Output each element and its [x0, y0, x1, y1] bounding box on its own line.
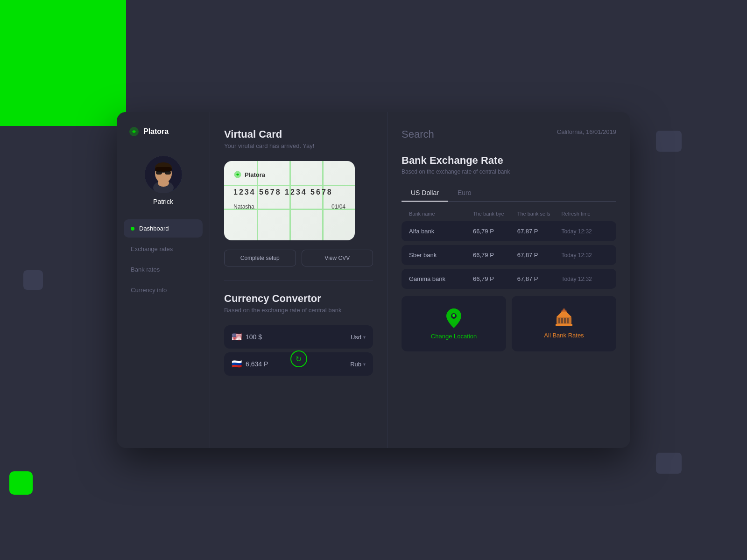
from-chevron-icon: ▾ — [363, 335, 366, 340]
all-bank-rates-label: All Bank Rates — [544, 332, 584, 339]
to-currency-selector[interactable]: Rub ▾ — [350, 361, 366, 368]
side-decoration-bottom — [656, 453, 682, 474]
card-logo-text: Platora — [245, 171, 265, 178]
change-location-label: Change Location — [431, 333, 477, 340]
grid-h1 — [224, 185, 355, 186]
sidebar: Platora — [117, 112, 210, 448]
card-logo-row: Platora — [233, 170, 345, 179]
bank-sells-alfa: 67,87 P — [517, 228, 557, 235]
bank-building-icon — [555, 308, 573, 327]
svg-point-9 — [158, 179, 169, 187]
avatar-image — [145, 156, 182, 193]
sidebar-nav: Dashboard Exchange rates Bank rates Curr… — [117, 219, 210, 301]
convertor-subtitle: Based on the exchange rate of central ba… — [224, 307, 373, 314]
bank-name-sber: Sber bank — [409, 252, 468, 259]
nav-label-bank-rates: Bank rates — [131, 266, 160, 273]
bg-green-top — [0, 0, 126, 126]
bank-name-alfa: Alfa bank — [409, 228, 468, 235]
date-location: California, 16/01/2019 — [557, 128, 616, 135]
bank-rate-title: Bank Exchange Rate — [402, 154, 616, 167]
svg-rect-18 — [567, 318, 569, 323]
virtual-card-visual: Platora 1234 5678 1234 5678 Natasha 01/0… — [224, 161, 355, 240]
bank-buys-alfa: 66,79 P — [473, 228, 513, 235]
bank-name-gamma: Gamma bank — [409, 275, 468, 282]
virtual-card-subtitle: Your virutal card has arrived. Yay! — [224, 142, 373, 149]
col-bank-buys: The bank bye — [473, 211, 513, 217]
sidebar-item-currency-info[interactable]: Currency info — [124, 281, 203, 299]
side-decoration-left — [23, 270, 43, 290]
convertor-title: Currency Convertor — [224, 293, 373, 305]
card-expiry: 01/04 — [331, 203, 345, 210]
bank-row-gamma[interactable]: Gamma bank 66,79 P 67,87 P Today 12:32 — [402, 269, 616, 289]
sidebar-item-dashboard[interactable]: Dashboard — [124, 219, 203, 238]
to-chevron-icon: ▾ — [363, 362, 366, 367]
currency-convertor-section: Currency Convertor Based on the exchange… — [224, 293, 373, 376]
all-bank-rates-card[interactable]: All Bank Rates — [512, 296, 616, 351]
bank-time-alfa: Today 12:32 — [561, 228, 609, 235]
nav-label-dashboard: Dashboard — [139, 225, 169, 232]
from-flag-area: 🇺🇸 100 $ — [232, 332, 262, 342]
search-title: Search — [402, 128, 434, 140]
from-flag-icon: 🇺🇸 — [232, 332, 242, 342]
card-holder-name: Natasha — [233, 203, 254, 210]
from-currency-row[interactable]: 🇺🇸 100 $ Usd ▾ — [224, 325, 373, 349]
from-currency-code: Usd — [351, 334, 361, 341]
to-currency-code: Rub — [350, 361, 361, 368]
logo-area: Platora — [117, 126, 169, 137]
svg-rect-22 — [563, 308, 565, 311]
card-footer: Natasha 01/04 — [233, 203, 345, 210]
table-headers: Bank name The bank bye The bank sells Re… — [402, 211, 616, 221]
currency-tabs: US Dollar Euro — [402, 184, 616, 202]
action-cards: Change Location — [402, 296, 616, 351]
app-container: Platora — [117, 112, 630, 448]
bank-time-gamma: Today 12:32 — [561, 276, 609, 282]
user-profile: Patrick — [145, 156, 182, 205]
svg-rect-17 — [564, 318, 566, 323]
card-number: 1234 5678 1234 5678 — [233, 188, 345, 196]
complete-setup-button[interactable]: Complete setup — [224, 250, 296, 266]
svg-rect-20 — [556, 324, 572, 326]
tab-us-dollar[interactable]: US Dollar — [402, 184, 448, 201]
bank-rate-subtitle: Based on the exchange rate of central ba… — [402, 168, 616, 175]
swap-icon: ↻ — [296, 355, 302, 364]
to-amount: 6,634 P — [246, 360, 268, 368]
bank-row-sber[interactable]: Sber bank 66,79 P 67,87 P Today 12:32 — [402, 245, 616, 265]
bg-green-bottom — [9, 471, 33, 495]
sidebar-item-exchange-rates[interactable]: Exchange rates — [124, 240, 203, 258]
bank-row-alfa[interactable]: Alfa bank 66,79 P 67,87 P Today 12:32 — [402, 221, 616, 241]
virtual-card-title: Virtual Card — [224, 128, 373, 140]
bank-buys-sber: 66,79 P — [473, 252, 513, 259]
swap-button[interactable]: ↻ — [290, 350, 307, 367]
right-panel: Search California, 16/01/2019 Bank Excha… — [388, 112, 630, 448]
card-actions: Complete setup View CVV — [224, 250, 373, 266]
svg-rect-16 — [561, 318, 563, 323]
bank-time-sber: Today 12:32 — [561, 252, 609, 259]
sidebar-item-bank-rates[interactable]: Bank rates — [124, 260, 203, 279]
virtual-card-section: Virtual Card Your virutal card has arriv… — [224, 128, 373, 266]
svg-point-13 — [452, 314, 455, 317]
col-refresh: Refresh time — [561, 211, 609, 217]
bank-sells-sber: 67,87 P — [517, 252, 557, 259]
to-flag-icon: 🇷🇺 — [232, 359, 242, 369]
nav-label-exchange-rates: Exchange rates — [131, 245, 173, 252]
logo-text: Platora — [143, 127, 169, 136]
from-currency-selector[interactable]: Usd ▾ — [351, 334, 366, 341]
col-bank-sells: The bank sells — [517, 211, 557, 217]
nav-active-dot — [131, 227, 134, 231]
col-bank-name: Bank name — [409, 211, 468, 217]
logo-icon — [128, 126, 140, 137]
user-name: Patrick — [153, 198, 173, 205]
tab-euro[interactable]: Euro — [448, 184, 481, 201]
main-content: Virtual Card Your virutal card has arriv… — [210, 112, 630, 448]
svg-rect-15 — [558, 318, 560, 323]
left-panel: Virtual Card Your virutal card has arriv… — [210, 112, 388, 448]
location-pin-icon — [445, 308, 462, 328]
section-divider — [224, 280, 373, 281]
from-amount: 100 $ — [246, 333, 262, 341]
svg-rect-5 — [156, 171, 162, 175]
right-header: Search California, 16/01/2019 — [402, 128, 616, 140]
avatar — [145, 156, 182, 193]
change-location-card[interactable]: Change Location — [402, 296, 506, 351]
nav-label-currency-info: Currency info — [131, 287, 167, 294]
view-cvv-button[interactable]: View CVV — [302, 250, 374, 266]
